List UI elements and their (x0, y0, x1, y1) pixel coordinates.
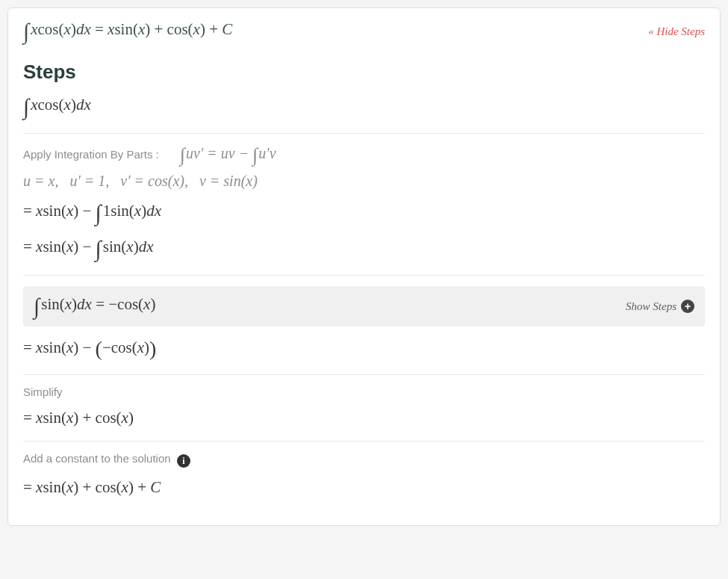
separator (23, 133, 705, 134)
separator (23, 441, 705, 442)
show-steps-label: Show Steps (626, 300, 676, 313)
original-integral: ∫xcos(x)dx (23, 94, 705, 120)
simplify-hint: Simplify (23, 386, 705, 398)
substep-row: ∫sin(x)dx = −cos(x) Show Steps + (23, 286, 705, 326)
byparts-substitutions: u = x, u′ = 1, v′ = cos(x), v = sin(x) (23, 173, 705, 190)
plus-icon: + (681, 300, 694, 313)
final-result-line: = xsin(x) + cos(x) + C (23, 478, 705, 497)
byparts-rule: ∫uv′ = uv − ∫u′v (180, 145, 276, 161)
hide-steps-link[interactable]: « Hide Steps (648, 25, 705, 38)
show-steps-link[interactable]: Show Steps + (626, 300, 694, 313)
final-answer: ∫xcos(x)dx = xsin(x) + cos(x) + C (23, 19, 232, 44)
constant-hint-label: Add a constant to the solution (23, 452, 171, 465)
separator (23, 374, 705, 375)
info-icon[interactable]: i (177, 454, 190, 468)
solution-card: ∫xcos(x)dx = xsin(x) + cos(x) + C « Hide… (7, 7, 721, 526)
separator (23, 275, 705, 276)
steps-heading: Steps (23, 61, 705, 84)
byparts-hint: Apply Integration By Parts : ∫uv′ = uv −… (23, 144, 705, 167)
constant-hint: Add a constant to the solution i (23, 452, 705, 468)
substep-result: ∫sin(x)dx = −cos(x) (34, 294, 155, 319)
byparts-line2: = xsin(x) − ∫sin(x)dx (23, 236, 705, 261)
simplify-result: = xsin(x) + cos(x) (23, 409, 705, 427)
after-sub-line: = xsin(x) − (−cos(x)) (23, 337, 705, 361)
byparts-line1: = xsin(x) − ∫1sin(x)dx (23, 200, 705, 226)
answer-row: ∫xcos(x)dx = xsin(x) + cos(x) + C « Hide… (23, 14, 705, 44)
byparts-hint-label: Apply Integration By Parts : (23, 148, 159, 161)
